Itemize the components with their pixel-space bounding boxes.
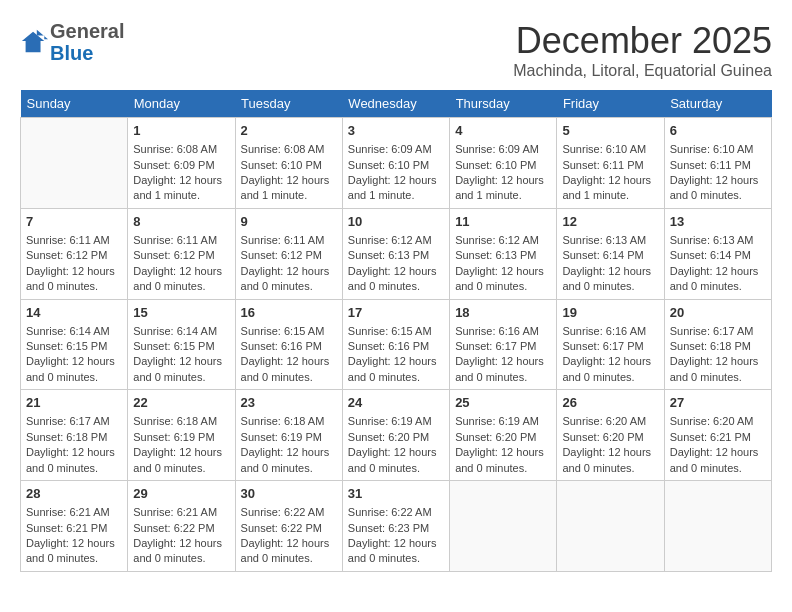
- cell-info: Daylight: 12 hours and 0 minutes.: [241, 536, 337, 567]
- cell-info: Daylight: 12 hours and 0 minutes.: [241, 445, 337, 476]
- day-number: 11: [455, 213, 551, 231]
- cell-info: Daylight: 12 hours and 0 minutes.: [241, 264, 337, 295]
- calendar-cell: 28Sunrise: 6:21 AMSunset: 6:21 PMDayligh…: [21, 481, 128, 572]
- cell-info: Daylight: 12 hours and 0 minutes.: [133, 445, 229, 476]
- cell-info: Sunset: 6:17 PM: [455, 339, 551, 354]
- cell-info: Sunset: 6:12 PM: [241, 248, 337, 263]
- cell-info: Sunset: 6:20 PM: [562, 430, 658, 445]
- calendar-cell: 29Sunrise: 6:21 AMSunset: 6:22 PMDayligh…: [128, 481, 235, 572]
- calendar-cell: 9Sunrise: 6:11 AMSunset: 6:12 PMDaylight…: [235, 208, 342, 299]
- calendar-header: SundayMondayTuesdayWednesdayThursdayFrid…: [21, 90, 772, 118]
- calendar-cell: 27Sunrise: 6:20 AMSunset: 6:21 PMDayligh…: [664, 390, 771, 481]
- logo: General Blue: [20, 20, 124, 64]
- day-number: 20: [670, 304, 766, 322]
- day-number: 3: [348, 122, 444, 140]
- cell-info: Sunset: 6:18 PM: [26, 430, 122, 445]
- calendar-cell: 22Sunrise: 6:18 AMSunset: 6:19 PMDayligh…: [128, 390, 235, 481]
- col-tuesday: Tuesday: [235, 90, 342, 118]
- page-header: General Blue December 2025 Machinda, Lit…: [20, 20, 772, 80]
- col-saturday: Saturday: [664, 90, 771, 118]
- cell-info: Sunset: 6:12 PM: [133, 248, 229, 263]
- cell-info: Daylight: 12 hours and 0 minutes.: [562, 445, 658, 476]
- cell-info: Sunrise: 6:08 AM: [133, 142, 229, 157]
- calendar-cell: 26Sunrise: 6:20 AMSunset: 6:20 PMDayligh…: [557, 390, 664, 481]
- cell-info: Sunrise: 6:21 AM: [133, 505, 229, 520]
- day-number: 14: [26, 304, 122, 322]
- cell-info: Daylight: 12 hours and 0 minutes.: [562, 264, 658, 295]
- calendar-cell: [450, 481, 557, 572]
- cell-info: Daylight: 12 hours and 0 minutes.: [670, 445, 766, 476]
- cell-info: Sunrise: 6:19 AM: [348, 414, 444, 429]
- calendar-cell: 3Sunrise: 6:09 AMSunset: 6:10 PMDaylight…: [342, 118, 449, 209]
- cell-info: Sunset: 6:17 PM: [562, 339, 658, 354]
- day-number: 31: [348, 485, 444, 503]
- cell-info: Daylight: 12 hours and 0 minutes.: [455, 354, 551, 385]
- cell-info: Sunset: 6:23 PM: [348, 521, 444, 536]
- cell-info: Daylight: 12 hours and 0 minutes.: [26, 445, 122, 476]
- cell-info: Sunrise: 6:12 AM: [455, 233, 551, 248]
- cell-info: Sunset: 6:16 PM: [241, 339, 337, 354]
- cell-info: Sunrise: 6:09 AM: [348, 142, 444, 157]
- calendar-cell: 6Sunrise: 6:10 AMSunset: 6:11 PMDaylight…: [664, 118, 771, 209]
- day-number: 24: [348, 394, 444, 412]
- day-number: 8: [133, 213, 229, 231]
- day-number: 27: [670, 394, 766, 412]
- day-number: 21: [26, 394, 122, 412]
- cell-info: Daylight: 12 hours and 1 minute.: [133, 173, 229, 204]
- cell-info: Daylight: 12 hours and 0 minutes.: [26, 264, 122, 295]
- cell-info: Sunrise: 6:21 AM: [26, 505, 122, 520]
- calendar-cell: 31Sunrise: 6:22 AMSunset: 6:23 PMDayligh…: [342, 481, 449, 572]
- cell-info: Sunset: 6:10 PM: [455, 158, 551, 173]
- cell-info: Daylight: 12 hours and 1 minute.: [455, 173, 551, 204]
- calendar-cell: 2Sunrise: 6:08 AMSunset: 6:10 PMDaylight…: [235, 118, 342, 209]
- cell-info: Sunrise: 6:13 AM: [670, 233, 766, 248]
- calendar-cell: 13Sunrise: 6:13 AMSunset: 6:14 PMDayligh…: [664, 208, 771, 299]
- cell-info: Sunset: 6:21 PM: [670, 430, 766, 445]
- logo-general: General: [50, 20, 124, 42]
- logo-blue: Blue: [50, 42, 93, 64]
- cell-info: Sunrise: 6:16 AM: [455, 324, 551, 339]
- cell-info: Daylight: 12 hours and 0 minutes.: [26, 354, 122, 385]
- cell-info: Daylight: 12 hours and 0 minutes.: [562, 354, 658, 385]
- day-number: 10: [348, 213, 444, 231]
- cell-info: Sunrise: 6:19 AM: [455, 414, 551, 429]
- cell-info: Daylight: 12 hours and 1 minute.: [348, 173, 444, 204]
- cell-info: Sunrise: 6:22 AM: [348, 505, 444, 520]
- calendar-cell: 19Sunrise: 6:16 AMSunset: 6:17 PMDayligh…: [557, 299, 664, 390]
- calendar-cell: [664, 481, 771, 572]
- logo-icon: [20, 28, 48, 56]
- day-number: 29: [133, 485, 229, 503]
- calendar-cell: 18Sunrise: 6:16 AMSunset: 6:17 PMDayligh…: [450, 299, 557, 390]
- week-row-4: 21Sunrise: 6:17 AMSunset: 6:18 PMDayligh…: [21, 390, 772, 481]
- cell-info: Sunrise: 6:15 AM: [348, 324, 444, 339]
- cell-info: Sunset: 6:11 PM: [670, 158, 766, 173]
- cell-info: Sunrise: 6:13 AM: [562, 233, 658, 248]
- cell-info: Sunrise: 6:18 AM: [241, 414, 337, 429]
- day-number: 23: [241, 394, 337, 412]
- cell-info: Daylight: 12 hours and 1 minute.: [562, 173, 658, 204]
- cell-info: Daylight: 12 hours and 0 minutes.: [348, 536, 444, 567]
- cell-info: Sunset: 6:14 PM: [670, 248, 766, 263]
- calendar-cell: [21, 118, 128, 209]
- calendar-cell: 25Sunrise: 6:19 AMSunset: 6:20 PMDayligh…: [450, 390, 557, 481]
- calendar-cell: 5Sunrise: 6:10 AMSunset: 6:11 PMDaylight…: [557, 118, 664, 209]
- day-number: 6: [670, 122, 766, 140]
- cell-info: Daylight: 12 hours and 0 minutes.: [26, 536, 122, 567]
- col-thursday: Thursday: [450, 90, 557, 118]
- cell-info: Sunrise: 6:20 AM: [670, 414, 766, 429]
- cell-info: Sunrise: 6:09 AM: [455, 142, 551, 157]
- calendar-cell: 20Sunrise: 6:17 AMSunset: 6:18 PMDayligh…: [664, 299, 771, 390]
- cell-info: Sunset: 6:09 PM: [133, 158, 229, 173]
- week-row-3: 14Sunrise: 6:14 AMSunset: 6:15 PMDayligh…: [21, 299, 772, 390]
- cell-info: Sunset: 6:14 PM: [562, 248, 658, 263]
- cell-info: Sunset: 6:11 PM: [562, 158, 658, 173]
- cell-info: Sunset: 6:13 PM: [348, 248, 444, 263]
- day-number: 17: [348, 304, 444, 322]
- day-number: 28: [26, 485, 122, 503]
- day-number: 4: [455, 122, 551, 140]
- week-row-2: 7Sunrise: 6:11 AMSunset: 6:12 PMDaylight…: [21, 208, 772, 299]
- month-year: December 2025: [513, 20, 772, 62]
- day-number: 22: [133, 394, 229, 412]
- cell-info: Daylight: 12 hours and 0 minutes.: [670, 264, 766, 295]
- cell-info: Sunset: 6:20 PM: [455, 430, 551, 445]
